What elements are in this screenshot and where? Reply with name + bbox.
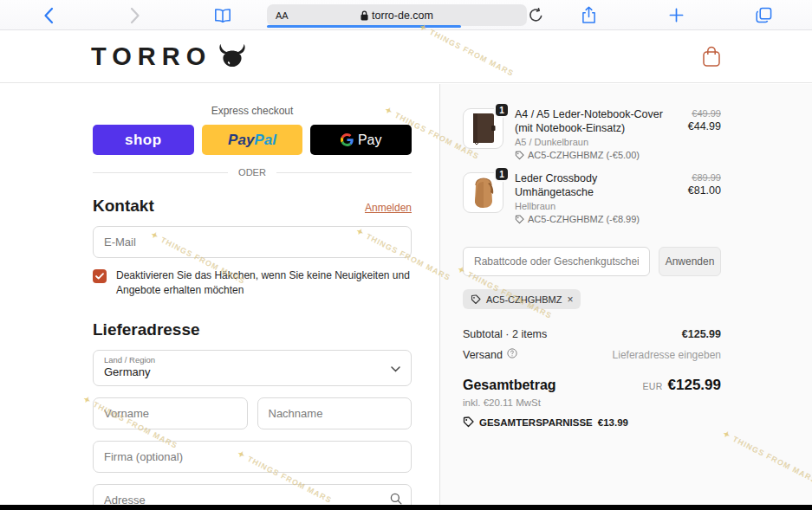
country-select[interactable]: Land / Region Germany bbox=[93, 350, 412, 386]
current-price: €44.99 bbox=[688, 120, 721, 132]
country-label: Land / Region bbox=[104, 355, 400, 365]
shop-pay-label: shop bbox=[125, 132, 162, 149]
quantity-badge: 1 bbox=[494, 166, 510, 182]
first-name-field[interactable] bbox=[93, 397, 248, 429]
old-price: €49.99 bbox=[688, 108, 721, 119]
product-discount: AC5-CZHGHBMZ (-€5.00) bbox=[515, 150, 677, 160]
google-pay-button[interactable]: Pay bbox=[310, 125, 412, 155]
cart-bag-icon[interactable] bbox=[702, 46, 721, 71]
help-icon[interactable] bbox=[507, 348, 517, 361]
address-bar[interactable]: AA torro-de.com bbox=[267, 4, 527, 26]
total-value: €125.99 bbox=[668, 377, 721, 394]
apply-discount-button[interactable]: Anwenden bbox=[659, 247, 721, 276]
cart-item: 1 A4 / A5 Leder-Notebook-Cover (mit Note… bbox=[463, 108, 721, 160]
newsletter-opt-row[interactable]: Deaktivieren Sie das Häkchen, wenn Sie k… bbox=[93, 268, 412, 298]
savings-value: €13.99 bbox=[598, 417, 628, 428]
page-load-progress bbox=[267, 25, 461, 28]
product-title: Leder Crossbody Umhängetasche bbox=[515, 172, 677, 199]
browser-toolbar: AA torro-de.com bbox=[0, 0, 812, 30]
reader-options-button[interactable]: AA bbox=[276, 10, 289, 21]
bookmarks-icon[interactable] bbox=[211, 0, 234, 30]
brand-name: TORRO bbox=[91, 42, 211, 71]
paypal-label-pay: Pay bbox=[228, 132, 254, 149]
site-header: TORRO bbox=[0, 31, 812, 83]
current-price: €81.00 bbox=[688, 184, 721, 197]
applied-discount-chip: AC5-CZHGHBMZ × bbox=[463, 289, 581, 309]
address-field[interactable] bbox=[93, 484, 412, 505]
express-checkout-label: Express checkout bbox=[93, 105, 412, 117]
email-field[interactable] bbox=[93, 226, 412, 258]
tag-icon bbox=[515, 215, 524, 224]
shipping-label: Versand bbox=[463, 349, 503, 361]
newsletter-checkbox[interactable] bbox=[93, 269, 107, 283]
total-label: Gesamtbetrag bbox=[463, 378, 556, 393]
forward-icon[interactable] bbox=[125, 0, 146, 30]
savings-label: GESAMTERSPARNISSE bbox=[479, 417, 593, 428]
product-discount: AC5-CZHGHBMZ (-€8.99) bbox=[515, 214, 677, 224]
express-pay-buttons: shop PayPal Pay bbox=[93, 125, 412, 155]
remove-discount-icon[interactable]: × bbox=[567, 294, 573, 306]
shipping-value: Lieferadresse eingeben bbox=[613, 349, 721, 361]
login-link[interactable]: Anmelden bbox=[365, 202, 412, 214]
order-summary-pane: 1 A4 / A5 Leder-Notebook-Cover (mit Note… bbox=[439, 84, 812, 505]
country-value: Germany bbox=[104, 365, 400, 378]
discount-code-field[interactable] bbox=[463, 247, 650, 276]
browser-window: AA torro-de.com TORRO bbox=[0, 0, 812, 510]
bull-icon bbox=[217, 43, 248, 71]
newsletter-label: Deaktivieren Sie das Häkchen, wenn Sie k… bbox=[116, 268, 412, 298]
check-icon bbox=[95, 273, 104, 280]
brand-logo[interactable]: TORRO bbox=[91, 42, 248, 71]
last-name-field[interactable] bbox=[257, 397, 412, 429]
page-domain: torro-de.com bbox=[361, 10, 433, 22]
product-title: A4 / A5 Leder-Notebook-Cover (mit Notebo… bbox=[515, 108, 677, 135]
currency-code: EUR bbox=[642, 381, 662, 391]
subtotal-value: €125.99 bbox=[682, 328, 721, 340]
new-tab-icon[interactable] bbox=[666, 0, 686, 30]
chevron-down-icon bbox=[391, 360, 400, 376]
or-divider: ODER bbox=[93, 167, 412, 178]
shipping-heading: Lieferadresse bbox=[93, 320, 412, 339]
old-price: €89.99 bbox=[688, 172, 721, 183]
paypal-button[interactable]: PayPal bbox=[202, 125, 303, 155]
reload-icon[interactable] bbox=[524, 0, 547, 30]
tag-icon bbox=[471, 294, 481, 305]
checkout-form-pane: Express checkout shop PayPal Pay ODER bbox=[0, 84, 439, 505]
shop-pay-button[interactable]: shop bbox=[93, 125, 194, 155]
google-g-icon bbox=[341, 133, 354, 146]
lock-icon bbox=[361, 10, 368, 21]
checkout-page: Express checkout shop PayPal Pay ODER bbox=[0, 84, 812, 505]
product-variant: Hellbraun bbox=[515, 201, 677, 211]
paypal-label-pal: Pal bbox=[254, 132, 276, 149]
subtotal-label: Subtotal · 2 items bbox=[463, 328, 547, 340]
tag-icon bbox=[463, 416, 474, 428]
share-icon[interactable] bbox=[577, 0, 600, 30]
product-variant: A5 / Dunkelbraun bbox=[515, 137, 677, 147]
company-field[interactable] bbox=[93, 441, 412, 473]
cart-item: 1 Leder Crossbody Umhängetasche Hellbrau… bbox=[463, 172, 721, 224]
tag-icon bbox=[515, 151, 524, 160]
bottom-letterbox-bar bbox=[0, 505, 812, 510]
quantity-badge: 1 bbox=[494, 102, 510, 118]
discount-code: AC5-CZHGHBMZ bbox=[486, 294, 562, 305]
tab-overview-icon[interactable] bbox=[752, 0, 775, 30]
total-savings-row: GESAMTERSPARNISSE €13.99 bbox=[463, 416, 721, 428]
tax-note: inkl. €20.11 MwSt bbox=[463, 397, 721, 408]
gpay-label: Pay bbox=[358, 132, 382, 148]
back-icon[interactable] bbox=[38, 0, 59, 30]
search-icon bbox=[390, 493, 402, 506]
contact-heading: Kontakt bbox=[93, 197, 154, 216]
